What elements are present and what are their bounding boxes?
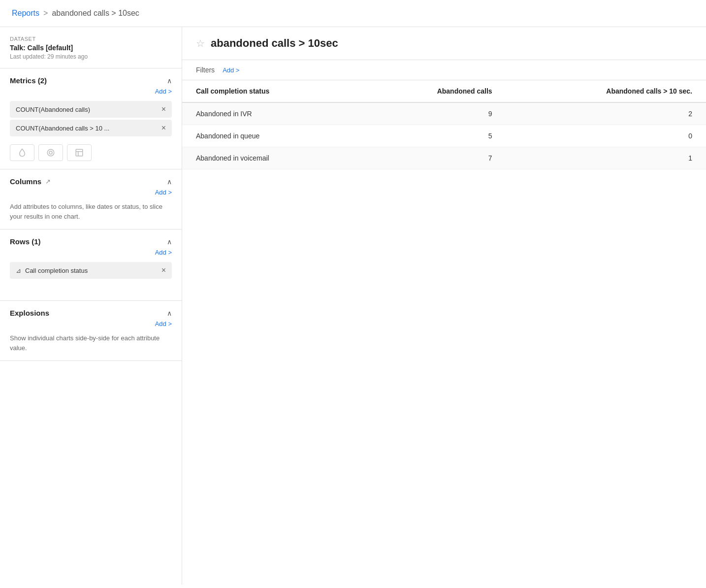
viz-btn-droplet[interactable] (10, 144, 34, 161)
breadcrumb-reports-link[interactable]: Reports (12, 9, 39, 18)
report-title: abandoned calls > 10sec (211, 37, 338, 50)
rows-section: Rows (1) ∧ Add > ⊿ Call completion statu… (0, 229, 182, 301)
cell-abandoned-10-2: 1 (506, 147, 706, 169)
table-header: Call completion status Abandoned calls A… (182, 80, 706, 102)
col-header-abandoned-10: Abandoned calls > 10 sec. (506, 80, 706, 102)
metrics-add-area: Add > (0, 85, 182, 99)
cell-abandoned-1: 5 (360, 125, 506, 147)
metric-chip-2-close[interactable]: × (161, 124, 166, 132)
metric-chip-1-close[interactable]: × (161, 105, 166, 114)
metric-chip-1: COUNT(Abandoned calls) × (10, 101, 172, 118)
metrics-title: Metrics (2) (10, 76, 47, 85)
metric-chip-1-label: COUNT(Abandoned calls) (16, 106, 90, 113)
explosions-add-area: Add > (0, 317, 182, 331)
favorite-star-icon[interactable]: ☆ (196, 37, 205, 49)
table-row: Abandoned in IVR 9 2 (182, 102, 706, 125)
cell-status-2: Abandoned in voicemail (182, 147, 360, 169)
viz-options (0, 138, 182, 169)
columns-chevron-icon: ∧ (167, 178, 172, 186)
columns-section: Columns ↗ ∧ Add > Add attributes to colu… (0, 169, 182, 229)
explosions-add-link[interactable]: Add > (155, 320, 172, 327)
table-row: Abandoned in voicemail 7 1 (182, 147, 706, 169)
breadcrumb: Reports > abandoned calls > 10sec (0, 0, 706, 27)
metrics-add-link[interactable]: Add > (155, 88, 172, 95)
cell-abandoned-2: 7 (360, 147, 506, 169)
metric-chip-2-label: COUNT(Abandoned calls > 10 ... (16, 125, 109, 132)
columns-add-area: Add > (0, 186, 182, 200)
col-header-status: Call completion status (182, 80, 360, 102)
explosions-section: Explosions ∧ Add > Show individual chart… (0, 301, 182, 361)
columns-description: Add attributes to columns, like dates or… (0, 200, 182, 229)
columns-title: Columns (10, 177, 41, 186)
data-table-container: Call completion status Abandoned calls A… (182, 80, 706, 585)
main-layout: Dataset Talk: Calls [default] Last updat… (0, 27, 706, 585)
data-table: Call completion status Abandoned calls A… (182, 80, 706, 169)
metrics-chevron-icon: ∧ (167, 77, 172, 85)
explosions-chevron-icon: ∧ (167, 309, 172, 317)
table-body: Abandoned in IVR 9 2 Abandoned in queue … (182, 102, 706, 169)
rows-title: Rows (1) (10, 237, 41, 246)
rows-chip-1: ⊿ Call completion status × (10, 262, 172, 279)
columns-section-header[interactable]: Columns ↗ ∧ (0, 169, 182, 186)
viz-btn-table[interactable] (67, 144, 92, 161)
rows-chevron-icon: ∧ (167, 238, 172, 246)
rows-section-header[interactable]: Rows (1) ∧ (0, 229, 182, 246)
dataset-label: Dataset (10, 36, 172, 42)
dataset-updated: Last updated: 29 minutes ago (10, 53, 172, 60)
sidebar: Dataset Talk: Calls [default] Last updat… (0, 27, 182, 585)
columns-external-icon: ↗ (45, 178, 51, 185)
metrics-section: Metrics (2) ∧ Add > COUNT(Abandoned call… (0, 68, 182, 169)
svg-point-1 (49, 151, 52, 154)
rows-chip-1-close[interactable]: × (161, 266, 166, 275)
svg-point-0 (47, 149, 54, 156)
rows-add-link[interactable]: Add > (155, 249, 172, 256)
filters-add-link[interactable]: Add > (223, 66, 239, 74)
cell-status-0: Abandoned in IVR (182, 102, 360, 125)
svg-rect-2 (76, 149, 83, 156)
filter-icon: ⊿ (16, 267, 21, 274)
viz-btn-radio[interactable] (38, 144, 63, 161)
metric-chip-2: COUNT(Abandoned calls > 10 ... × (10, 120, 172, 136)
table-row: Abandoned in queue 5 0 (182, 125, 706, 147)
dataset-section: Dataset Talk: Calls [default] Last updat… (0, 27, 182, 68)
breadcrumb-current-page: abandoned calls > 10sec (52, 9, 139, 18)
explosions-description: Show individual charts side-by-side for … (0, 331, 182, 360)
columns-add-link[interactable]: Add > (155, 189, 172, 196)
breadcrumb-separator: > (43, 9, 48, 18)
dataset-name: Talk: Calls [default] (10, 44, 172, 52)
main-content: ☆ abandoned calls > 10sec Filters Add > … (182, 27, 706, 585)
rows-add-area: Add > (0, 246, 182, 260)
metrics-section-header[interactable]: Metrics (2) ∧ (0, 68, 182, 85)
explosions-title: Explosions (10, 309, 49, 317)
col-header-abandoned: Abandoned calls (360, 80, 506, 102)
rows-chip-1-label: Call completion status (25, 267, 88, 274)
content-header: ☆ abandoned calls > 10sec (182, 27, 706, 60)
cell-status-1: Abandoned in queue (182, 125, 360, 147)
explosions-section-header[interactable]: Explosions ∧ (0, 301, 182, 317)
cell-abandoned-10-1: 0 (506, 125, 706, 147)
cell-abandoned-10-0: 2 (506, 102, 706, 125)
filters-bar: Filters Add > (182, 60, 706, 80)
cell-abandoned-0: 9 (360, 102, 506, 125)
filters-label: Filters (196, 66, 215, 74)
